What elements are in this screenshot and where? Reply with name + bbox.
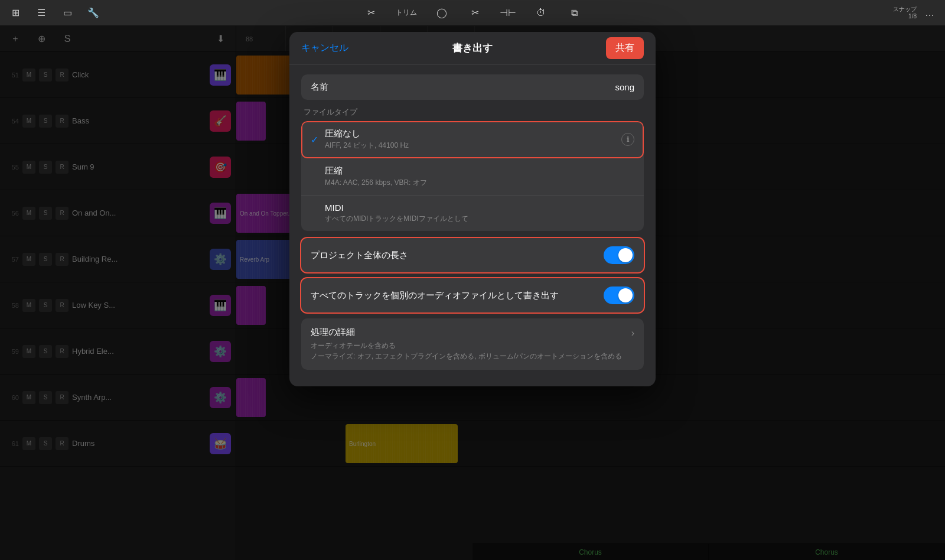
- trim-label: トリム: [396, 8, 417, 18]
- file-type-name: 圧縮なし: [325, 128, 621, 139]
- file-type-item-uncompressed[interactable]: ✓ 圧縮なし AIFF, 24 ビット, 44100 Hz ℹ: [301, 121, 644, 158]
- export-tracks-row: すべてのトラックを個別のオーディオファイルとして書き出す: [301, 278, 644, 312]
- split-icon[interactable]: ⊣⊢: [500, 5, 516, 21]
- file-type-desc: AIFF, 24 ビット, 44100 Hz: [325, 141, 621, 151]
- file-type-section-label: ファイルタイプ: [304, 107, 644, 118]
- file-type-desc: M4A: AAC, 256 kbps, VBR: オフ: [325, 178, 634, 188]
- cut-icon[interactable]: ✂: [467, 5, 483, 21]
- file-type-list: ✓ 圧縮なし AIFF, 24 ビット, 44100 Hz ℹ 圧縮 M4A: …: [301, 121, 644, 231]
- dialog-title: 書き出す: [452, 41, 493, 55]
- grid-icon[interactable]: ⊞: [7, 5, 24, 21]
- more-icon[interactable]: …: [921, 5, 938, 21]
- processing-desc2: ノーマライズ: オフ, エフェクトプラグインを含める, ボリューム/パンのオート…: [311, 351, 631, 362]
- toolbar-right: スナップ 1/8 …: [893, 5, 938, 21]
- toolbar-center: ✂ トリム ◯ ✂ ⊣⊢ ⏱ ⧉: [363, 5, 582, 21]
- wrench-icon[interactable]: 🔧: [85, 5, 102, 21]
- export-tracks-toggle[interactable]: [604, 286, 634, 304]
- file-type-item-compressed[interactable]: 圧縮 M4A: AAC, 256 kbps, VBR: オフ: [301, 158, 644, 196]
- window-icon[interactable]: ▭: [59, 5, 76, 21]
- dialog-header: キャンセル 書き出す 共有: [289, 32, 656, 65]
- trim-icon[interactable]: ✂: [363, 5, 379, 21]
- file-type-name: MIDI: [325, 203, 634, 213]
- project-length-row: プロジェクト全体の長さ: [301, 238, 644, 272]
- name-row: 名前 song: [301, 74, 644, 100]
- project-length-toggle[interactable]: [604, 246, 634, 264]
- top-toolbar: ⊞ ☰ ▭ 🔧 ✂ トリム ◯ ✂ ⊣⊢ ⏱ ⧉ スナップ 1/8 …: [0, 0, 945, 26]
- file-type-desc: すべてのMIDIトラックをMIDIファイルとして: [325, 214, 634, 224]
- export-tracks-label: すべてのトラックを個別のオーディオファイルとして書き出す: [311, 290, 559, 301]
- processing-desc1: オーディオテールを含める: [311, 340, 631, 351]
- chevron-right-icon: ›: [631, 328, 634, 338]
- processing-title: 処理の詳細: [311, 327, 631, 338]
- file-type-info: MIDI すべてのMIDIトラックをMIDIファイルとして: [325, 203, 634, 224]
- file-type-info: 圧縮なし AIFF, 24 ビット, 44100 Hz: [325, 128, 621, 151]
- export-dialog: キャンセル 書き出す 共有 名前 song ファイルタイプ ✓ 圧縮なし AIF…: [289, 32, 656, 386]
- file-type-info: 圧縮 M4A: AAC, 256 kbps, VBR: オフ: [325, 165, 634, 188]
- project-length-label: プロジェクト全体の長さ: [311, 250, 408, 261]
- toolbar-left: ⊞ ☰ ▭ 🔧: [7, 5, 102, 21]
- processing-row[interactable]: 処理の詳細 オーディオテールを含める ノーマライズ: オフ, エフェクトプラグイ…: [301, 318, 644, 370]
- dialog-body: 名前 song ファイルタイプ ✓ 圧縮なし AIFF, 24 ビット, 441…: [289, 65, 656, 386]
- info-icon[interactable]: ℹ: [621, 133, 634, 146]
- list-icon[interactable]: ☰: [33, 5, 50, 21]
- cancel-button[interactable]: キャンセル: [301, 42, 348, 54]
- snap-label: スナップ 1/8: [893, 6, 917, 20]
- file-type-name: 圧縮: [325, 165, 634, 177]
- share-button[interactable]: 共有: [606, 37, 644, 59]
- name-value[interactable]: song: [615, 82, 634, 92]
- copy-icon[interactable]: ⧉: [566, 5, 582, 21]
- clock-icon[interactable]: ⏱: [533, 5, 549, 21]
- processing-info: 処理の詳細 オーディオテールを含める ノーマライズ: オフ, エフェクトプラグイ…: [311, 327, 631, 362]
- name-label: 名前: [311, 82, 328, 93]
- checkmark-icon: ✓: [311, 134, 325, 145]
- file-type-item-midi[interactable]: MIDI すべてのMIDIトラックをMIDIファイルとして: [301, 196, 644, 231]
- modal-overlay: キャンセル 書き出す 共有 名前 song ファイルタイプ ✓ 圧縮なし AIF…: [0, 26, 945, 560]
- loop-icon[interactable]: ◯: [434, 5, 450, 21]
